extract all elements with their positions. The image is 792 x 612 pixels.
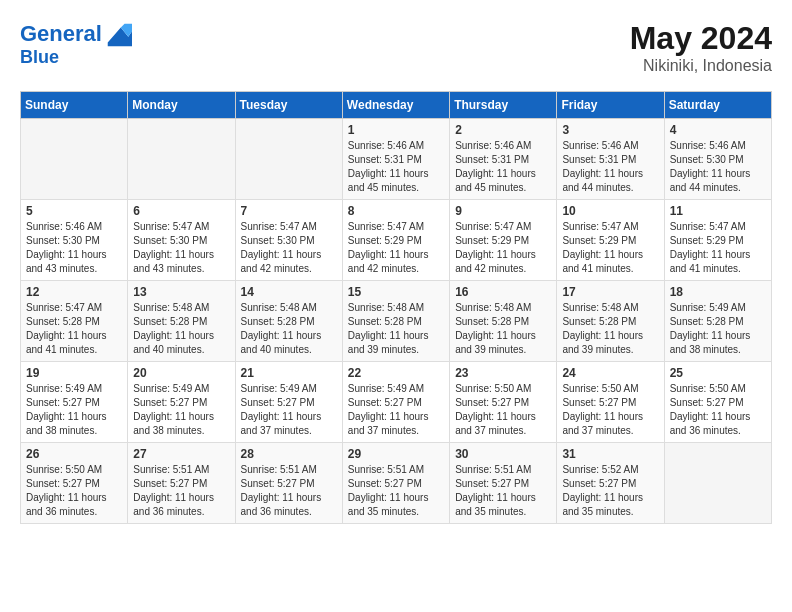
cell-info: Sunrise: 5:46 AM Sunset: 5:31 PM Dayligh… [562,139,658,195]
cell-info: Sunrise: 5:50 AM Sunset: 5:27 PM Dayligh… [26,463,122,519]
day-number: 2 [455,123,551,137]
day-number: 21 [241,366,337,380]
month-title: May 2024 [630,20,772,57]
day-number: 5 [26,204,122,218]
day-number: 28 [241,447,337,461]
cell-info: Sunrise: 5:47 AM Sunset: 5:29 PM Dayligh… [670,220,766,276]
calendar-cell: 30Sunrise: 5:51 AM Sunset: 5:27 PM Dayli… [450,443,557,524]
cell-info: Sunrise: 5:51 AM Sunset: 5:27 PM Dayligh… [455,463,551,519]
calendar-cell: 28Sunrise: 5:51 AM Sunset: 5:27 PM Dayli… [235,443,342,524]
day-number: 6 [133,204,229,218]
location: Nikiniki, Indonesia [630,57,772,75]
calendar-week-row: 19Sunrise: 5:49 AM Sunset: 5:27 PM Dayli… [21,362,772,443]
day-number: 9 [455,204,551,218]
cell-info: Sunrise: 5:50 AM Sunset: 5:27 PM Dayligh… [455,382,551,438]
day-number: 30 [455,447,551,461]
cell-info: Sunrise: 5:49 AM Sunset: 5:27 PM Dayligh… [241,382,337,438]
day-number: 1 [348,123,444,137]
day-number: 18 [670,285,766,299]
cell-info: Sunrise: 5:46 AM Sunset: 5:31 PM Dayligh… [348,139,444,195]
day-number: 25 [670,366,766,380]
cell-info: Sunrise: 5:47 AM Sunset: 5:29 PM Dayligh… [562,220,658,276]
calendar-cell: 15Sunrise: 5:48 AM Sunset: 5:28 PM Dayli… [342,281,449,362]
calendar-week-row: 1Sunrise: 5:46 AM Sunset: 5:31 PM Daylig… [21,119,772,200]
day-number: 10 [562,204,658,218]
calendar-cell: 29Sunrise: 5:51 AM Sunset: 5:27 PM Dayli… [342,443,449,524]
calendar-cell: 23Sunrise: 5:50 AM Sunset: 5:27 PM Dayli… [450,362,557,443]
calendar-cell: 8Sunrise: 5:47 AM Sunset: 5:29 PM Daylig… [342,200,449,281]
cell-info: Sunrise: 5:51 AM Sunset: 5:27 PM Dayligh… [348,463,444,519]
header-tuesday: Tuesday [235,92,342,119]
cell-info: Sunrise: 5:47 AM Sunset: 5:29 PM Dayligh… [455,220,551,276]
calendar-cell: 18Sunrise: 5:49 AM Sunset: 5:28 PM Dayli… [664,281,771,362]
calendar-cell [235,119,342,200]
day-number: 7 [241,204,337,218]
calendar-cell: 25Sunrise: 5:50 AM Sunset: 5:27 PM Dayli… [664,362,771,443]
calendar-cell: 3Sunrise: 5:46 AM Sunset: 5:31 PM Daylig… [557,119,664,200]
page-header: General Blue May 2024 Nikiniki, Indonesi… [20,20,772,75]
calendar-table: SundayMondayTuesdayWednesdayThursdayFrid… [20,91,772,524]
calendar-cell: 5Sunrise: 5:46 AM Sunset: 5:30 PM Daylig… [21,200,128,281]
cell-info: Sunrise: 5:51 AM Sunset: 5:27 PM Dayligh… [241,463,337,519]
cell-info: Sunrise: 5:47 AM Sunset: 5:29 PM Dayligh… [348,220,444,276]
calendar-cell: 7Sunrise: 5:47 AM Sunset: 5:30 PM Daylig… [235,200,342,281]
calendar-cell [21,119,128,200]
calendar-week-row: 5Sunrise: 5:46 AM Sunset: 5:30 PM Daylig… [21,200,772,281]
day-number: 13 [133,285,229,299]
cell-info: Sunrise: 5:48 AM Sunset: 5:28 PM Dayligh… [348,301,444,357]
calendar-cell: 13Sunrise: 5:48 AM Sunset: 5:28 PM Dayli… [128,281,235,362]
header-friday: Friday [557,92,664,119]
header-monday: Monday [128,92,235,119]
calendar-week-row: 12Sunrise: 5:47 AM Sunset: 5:28 PM Dayli… [21,281,772,362]
calendar-cell: 20Sunrise: 5:49 AM Sunset: 5:27 PM Dayli… [128,362,235,443]
calendar-cell: 31Sunrise: 5:52 AM Sunset: 5:27 PM Dayli… [557,443,664,524]
header-thursday: Thursday [450,92,557,119]
calendar-cell: 1Sunrise: 5:46 AM Sunset: 5:31 PM Daylig… [342,119,449,200]
calendar-cell: 24Sunrise: 5:50 AM Sunset: 5:27 PM Dayli… [557,362,664,443]
calendar-cell: 26Sunrise: 5:50 AM Sunset: 5:27 PM Dayli… [21,443,128,524]
day-number: 17 [562,285,658,299]
day-number: 16 [455,285,551,299]
day-number: 20 [133,366,229,380]
header-wednesday: Wednesday [342,92,449,119]
day-number: 11 [670,204,766,218]
calendar-cell: 21Sunrise: 5:49 AM Sunset: 5:27 PM Dayli… [235,362,342,443]
calendar-cell: 17Sunrise: 5:48 AM Sunset: 5:28 PM Dayli… [557,281,664,362]
cell-info: Sunrise: 5:47 AM Sunset: 5:30 PM Dayligh… [133,220,229,276]
day-number: 4 [670,123,766,137]
day-number: 8 [348,204,444,218]
logo: General Blue [20,20,132,68]
calendar-cell: 10Sunrise: 5:47 AM Sunset: 5:29 PM Dayli… [557,200,664,281]
day-number: 23 [455,366,551,380]
calendar-cell [664,443,771,524]
logo-icon [104,20,132,48]
cell-info: Sunrise: 5:49 AM Sunset: 5:27 PM Dayligh… [133,382,229,438]
day-number: 26 [26,447,122,461]
calendar-cell: 2Sunrise: 5:46 AM Sunset: 5:31 PM Daylig… [450,119,557,200]
calendar-cell: 12Sunrise: 5:47 AM Sunset: 5:28 PM Dayli… [21,281,128,362]
day-number: 19 [26,366,122,380]
calendar-cell: 14Sunrise: 5:48 AM Sunset: 5:28 PM Dayli… [235,281,342,362]
day-number: 12 [26,285,122,299]
calendar-cell: 9Sunrise: 5:47 AM Sunset: 5:29 PM Daylig… [450,200,557,281]
calendar-week-row: 26Sunrise: 5:50 AM Sunset: 5:27 PM Dayli… [21,443,772,524]
calendar-cell: 6Sunrise: 5:47 AM Sunset: 5:30 PM Daylig… [128,200,235,281]
day-number: 24 [562,366,658,380]
logo-text-blue: Blue [20,48,132,68]
calendar-cell: 11Sunrise: 5:47 AM Sunset: 5:29 PM Dayli… [664,200,771,281]
cell-info: Sunrise: 5:47 AM Sunset: 5:28 PM Dayligh… [26,301,122,357]
cell-info: Sunrise: 5:48 AM Sunset: 5:28 PM Dayligh… [455,301,551,357]
calendar-cell: 16Sunrise: 5:48 AM Sunset: 5:28 PM Dayli… [450,281,557,362]
day-number: 29 [348,447,444,461]
cell-info: Sunrise: 5:50 AM Sunset: 5:27 PM Dayligh… [562,382,658,438]
calendar-cell: 27Sunrise: 5:51 AM Sunset: 5:27 PM Dayli… [128,443,235,524]
calendar-header-row: SundayMondayTuesdayWednesdayThursdayFrid… [21,92,772,119]
cell-info: Sunrise: 5:49 AM Sunset: 5:28 PM Dayligh… [670,301,766,357]
cell-info: Sunrise: 5:46 AM Sunset: 5:30 PM Dayligh… [670,139,766,195]
header-sunday: Sunday [21,92,128,119]
cell-info: Sunrise: 5:48 AM Sunset: 5:28 PM Dayligh… [133,301,229,357]
day-number: 14 [241,285,337,299]
cell-info: Sunrise: 5:46 AM Sunset: 5:30 PM Dayligh… [26,220,122,276]
title-block: May 2024 Nikiniki, Indonesia [630,20,772,75]
cell-info: Sunrise: 5:49 AM Sunset: 5:27 PM Dayligh… [26,382,122,438]
